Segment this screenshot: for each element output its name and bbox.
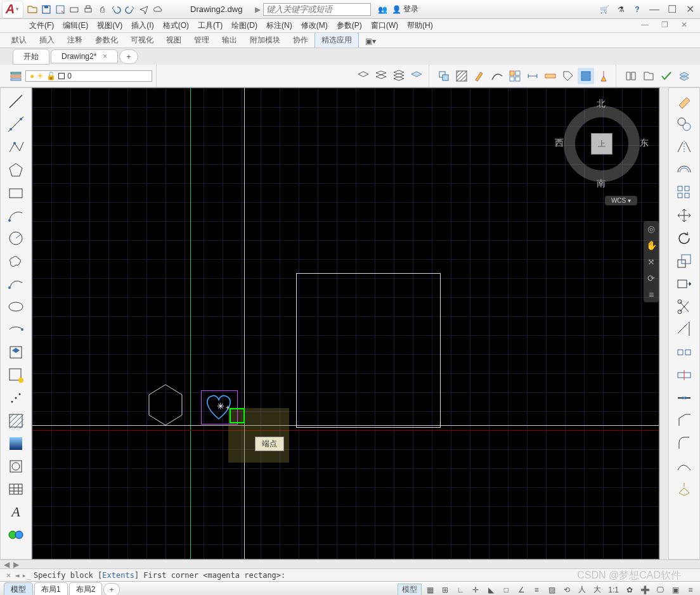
status-cube-icon[interactable]: ▣ xyxy=(668,584,682,596)
qat-printpv-icon[interactable] xyxy=(68,3,81,16)
menu-tools[interactable]: 工具(T) xyxy=(198,20,223,31)
menu-param[interactable]: 参数(P) xyxy=(337,20,362,31)
viewcube-top-face[interactable]: 上 xyxy=(591,133,612,155)
share2-icon[interactable]: ⚗ xyxy=(614,3,627,16)
rotate-tool[interactable] xyxy=(673,227,696,249)
broom-icon[interactable] xyxy=(595,68,612,84)
check-icon[interactable] xyxy=(658,68,675,84)
wcs-badge[interactable]: WCS ▾ xyxy=(605,196,637,205)
viewcube-east[interactable]: 东 xyxy=(640,138,649,149)
mdi-min-button[interactable]: — xyxy=(641,20,649,29)
status-trans-icon[interactable]: ▨ xyxy=(545,584,559,596)
layers5-icon[interactable] xyxy=(676,68,692,84)
qat-saveas-icon[interactable] xyxy=(54,3,67,16)
extend-tool[interactable] xyxy=(673,319,696,340)
command-line[interactable]: × ◄ ▸_ Specify block [Extents] First cor… xyxy=(0,568,700,581)
spline-icon[interactable] xyxy=(489,68,505,84)
minimize-button[interactable]: — xyxy=(647,4,662,15)
makeblock-tool[interactable] xyxy=(4,364,27,386)
ribbon-tab-output[interactable]: 输出 xyxy=(216,33,243,48)
cmd-cli-icon[interactable]: ▸_ xyxy=(22,571,30,580)
ribbon-tab-collab[interactable]: 协作 xyxy=(287,33,314,48)
menu-dim[interactable]: 标注(N) xyxy=(266,20,292,31)
menu-modify[interactable]: 修改(M) xyxy=(301,20,328,31)
line-tool[interactable] xyxy=(4,91,27,112)
layout-tab-model[interactable]: 模型 xyxy=(4,582,33,595)
view-cube[interactable]: 上 北 南 东 西 xyxy=(557,99,646,188)
qat-open-icon[interactable] xyxy=(26,3,39,16)
menu-help[interactable]: 帮助(H) xyxy=(407,20,433,31)
status-ortho-icon[interactable]: ∟ xyxy=(453,584,467,596)
erase-tool[interactable] xyxy=(673,91,696,112)
status-monitor-icon[interactable]: 🖵 xyxy=(653,584,667,596)
menu-draw[interactable]: 绘图(D) xyxy=(231,20,257,31)
status-big-icon[interactable]: 大 xyxy=(590,584,604,596)
polygon-tool[interactable] xyxy=(4,159,27,181)
menu-insert[interactable]: 插入(I) xyxy=(131,20,153,31)
ribbon-tab-default[interactable]: 默认 xyxy=(5,33,33,48)
status-lwt-icon[interactable]: ≡ xyxy=(529,584,543,596)
qat-share-icon[interactable] xyxy=(138,3,150,16)
status-grid-icon[interactable]: ▦ xyxy=(423,584,437,596)
ribbon-tab-insert[interactable]: 插入 xyxy=(33,33,61,48)
people-icon[interactable]: 👥 xyxy=(376,3,389,16)
layout-tab-1[interactable]: 布局1 xyxy=(34,582,68,595)
layout-tab-add[interactable]: ＋ xyxy=(103,583,120,595)
ribbon-tab-annotate[interactable]: 注释 xyxy=(61,33,89,48)
scale-tool[interactable] xyxy=(673,250,696,272)
break-tool[interactable] xyxy=(673,342,696,363)
close-button[interactable]: ✕ xyxy=(682,3,697,15)
hscroll-left[interactable]: ◀ xyxy=(4,560,10,569)
maximize-button[interactable]: ☐ xyxy=(664,3,680,15)
insertblock-tool[interactable] xyxy=(4,342,27,363)
copy-tool[interactable] xyxy=(673,113,696,135)
qat-cloud-icon[interactable] xyxy=(152,3,164,16)
circle-tool[interactable] xyxy=(4,227,27,249)
viewcube-south[interactable]: 南 xyxy=(597,178,606,189)
layers1-icon[interactable] xyxy=(355,68,372,84)
cmd-history-icon[interactable]: ◄ xyxy=(15,571,19,580)
status-iso-icon[interactable]: ◣ xyxy=(484,584,498,596)
menu-window[interactable]: 窗口(W) xyxy=(371,20,398,31)
viewcube-north[interactable]: 北 xyxy=(597,98,606,110)
hatch-tool[interactable] xyxy=(4,410,27,432)
nav-zoom-icon[interactable]: ⤧ xyxy=(647,257,655,267)
status-plus-icon[interactable]: ➕ xyxy=(638,584,652,596)
status-scale[interactable]: 1:1 xyxy=(606,584,621,596)
qat-redo-icon[interactable] xyxy=(124,3,136,16)
status-model-button[interactable]: 模型 xyxy=(398,584,422,596)
offset-tool[interactable] xyxy=(673,159,696,181)
rectangle-tool[interactable] xyxy=(4,182,27,203)
filetab-close-icon[interactable]: × xyxy=(103,52,107,61)
qat-plot-icon[interactable]: ⎙ xyxy=(96,3,108,16)
chamfer-tool[interactable] xyxy=(673,410,696,432)
ribbon-tab-parametric[interactable]: 参数化 xyxy=(89,33,124,48)
layers4-icon[interactable] xyxy=(408,68,425,84)
explode-tool[interactable] xyxy=(673,478,696,500)
status-cycle-icon[interactable]: ⟲ xyxy=(560,584,574,596)
nav-orbit-icon[interactable]: ⟳ xyxy=(647,273,655,283)
status-osnap-icon[interactable]: □ xyxy=(499,584,513,596)
hatch-icon[interactable] xyxy=(453,68,470,84)
status-person-icon[interactable]: 人 xyxy=(575,584,589,596)
cmd-keyword[interactable]: Extents xyxy=(102,571,134,580)
brush-icon[interactable] xyxy=(471,68,488,84)
stretch-tool[interactable] xyxy=(673,273,696,295)
nav-wheel-icon[interactable]: ◎ xyxy=(647,224,655,234)
qat-save-icon[interactable] xyxy=(40,3,53,16)
filetab-add-button[interactable]: ＋ xyxy=(119,49,138,64)
cart-icon[interactable]: 🛒 xyxy=(598,3,611,16)
spline-tool[interactable] xyxy=(4,273,27,295)
ellipse-tool[interactable] xyxy=(4,296,27,317)
user-icon[interactable]: 👤 xyxy=(390,3,403,16)
table-tool[interactable] xyxy=(4,478,27,500)
ribbon-tab-manage[interactable]: 管理 xyxy=(188,33,216,48)
join-tool[interactable] xyxy=(673,387,696,409)
props-icon[interactable] xyxy=(578,68,594,84)
drawing-canvas[interactable]: ✳＋ 端点 上 北 南 东 西 WCS ▾ ◎ ✋ ⤧ ⟳ ≡ xyxy=(32,87,659,560)
status-menu-icon[interactable]: ≡ xyxy=(684,584,697,596)
viewcube-west[interactable]: 西 xyxy=(555,138,564,149)
ribbon-tab-featured[interactable]: 精选应用 xyxy=(314,32,359,48)
breakat-tool[interactable] xyxy=(673,364,696,386)
login-link[interactable]: 登录 xyxy=(403,4,418,15)
